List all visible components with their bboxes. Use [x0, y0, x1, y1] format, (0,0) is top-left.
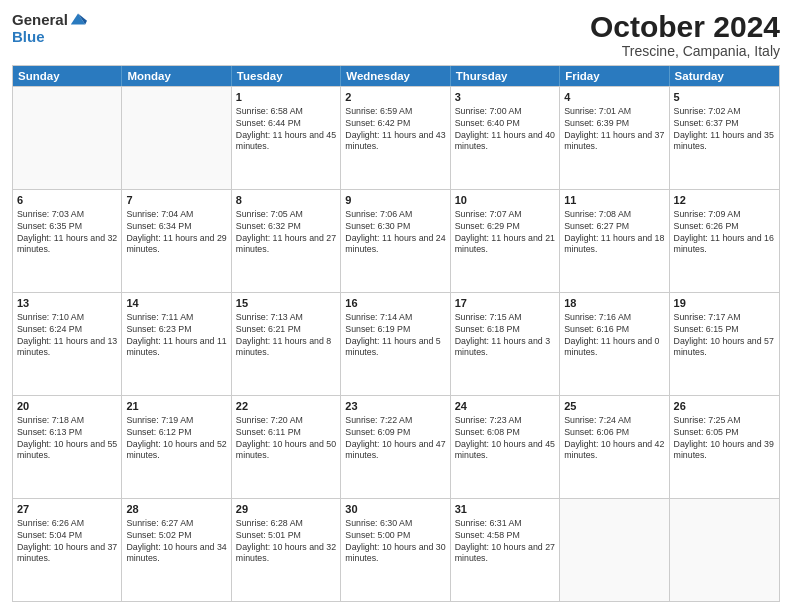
- calendar-cell: 24Sunrise: 7:23 AM Sunset: 6:08 PM Dayli…: [451, 396, 560, 498]
- day-number: 17: [455, 296, 555, 311]
- day-number: 26: [674, 399, 775, 414]
- calendar-cell: 21Sunrise: 7:19 AM Sunset: 6:12 PM Dayli…: [122, 396, 231, 498]
- calendar-cell: 11Sunrise: 7:08 AM Sunset: 6:27 PM Dayli…: [560, 190, 669, 292]
- calendar-cell: 13Sunrise: 7:10 AM Sunset: 6:24 PM Dayli…: [13, 293, 122, 395]
- location-title: Trescine, Campania, Italy: [590, 43, 780, 59]
- day-number: 30: [345, 502, 445, 517]
- cell-sun-info: Sunrise: 6:26 AM Sunset: 5:04 PM Dayligh…: [17, 518, 117, 566]
- day-number: 29: [236, 502, 336, 517]
- calendar-week-5: 27Sunrise: 6:26 AM Sunset: 5:04 PM Dayli…: [13, 498, 779, 601]
- day-number: 5: [674, 90, 775, 105]
- calendar-cell: 7Sunrise: 7:04 AM Sunset: 6:34 PM Daylig…: [122, 190, 231, 292]
- cell-sun-info: Sunrise: 6:58 AM Sunset: 6:44 PM Dayligh…: [236, 106, 336, 154]
- day-number: 18: [564, 296, 664, 311]
- day-number: 13: [17, 296, 117, 311]
- calendar-body: 1Sunrise: 6:58 AM Sunset: 6:44 PM Daylig…: [13, 86, 779, 601]
- calendar-cell: 2Sunrise: 6:59 AM Sunset: 6:42 PM Daylig…: [341, 87, 450, 189]
- cell-sun-info: Sunrise: 6:28 AM Sunset: 5:01 PM Dayligh…: [236, 518, 336, 566]
- calendar-cell: 8Sunrise: 7:05 AM Sunset: 6:32 PM Daylig…: [232, 190, 341, 292]
- calendar-cell: 5Sunrise: 7:02 AM Sunset: 6:37 PM Daylig…: [670, 87, 779, 189]
- header-monday: Monday: [122, 66, 231, 86]
- cell-sun-info: Sunrise: 7:09 AM Sunset: 6:26 PM Dayligh…: [674, 209, 775, 257]
- calendar-cell: 23Sunrise: 7:22 AM Sunset: 6:09 PM Dayli…: [341, 396, 450, 498]
- day-number: 21: [126, 399, 226, 414]
- cell-sun-info: Sunrise: 7:07 AM Sunset: 6:29 PM Dayligh…: [455, 209, 555, 257]
- calendar-cell: [122, 87, 231, 189]
- cell-sun-info: Sunrise: 7:13 AM Sunset: 6:21 PM Dayligh…: [236, 312, 336, 360]
- logo: General Blue: [12, 10, 87, 44]
- cell-sun-info: Sunrise: 6:59 AM Sunset: 6:42 PM Dayligh…: [345, 106, 445, 154]
- cell-sun-info: Sunrise: 7:22 AM Sunset: 6:09 PM Dayligh…: [345, 415, 445, 463]
- logo-icon: [69, 10, 87, 28]
- cell-sun-info: Sunrise: 7:10 AM Sunset: 6:24 PM Dayligh…: [17, 312, 117, 360]
- header: General Blue October 2024 Trescine, Camp…: [12, 10, 780, 59]
- calendar-cell: 28Sunrise: 6:27 AM Sunset: 5:02 PM Dayli…: [122, 499, 231, 601]
- cell-sun-info: Sunrise: 7:04 AM Sunset: 6:34 PM Dayligh…: [126, 209, 226, 257]
- day-number: 9: [345, 193, 445, 208]
- header-friday: Friday: [560, 66, 669, 86]
- day-number: 24: [455, 399, 555, 414]
- header-saturday: Saturday: [670, 66, 779, 86]
- calendar-week-2: 6Sunrise: 7:03 AM Sunset: 6:35 PM Daylig…: [13, 189, 779, 292]
- day-number: 31: [455, 502, 555, 517]
- cell-sun-info: Sunrise: 7:19 AM Sunset: 6:12 PM Dayligh…: [126, 415, 226, 463]
- calendar-cell: 30Sunrise: 6:30 AM Sunset: 5:00 PM Dayli…: [341, 499, 450, 601]
- calendar-cell: 25Sunrise: 7:24 AM Sunset: 6:06 PM Dayli…: [560, 396, 669, 498]
- calendar-week-4: 20Sunrise: 7:18 AM Sunset: 6:13 PM Dayli…: [13, 395, 779, 498]
- calendar-cell: 27Sunrise: 6:26 AM Sunset: 5:04 PM Dayli…: [13, 499, 122, 601]
- logo-blue: Blue: [12, 29, 45, 44]
- day-number: 2: [345, 90, 445, 105]
- calendar-cell: 10Sunrise: 7:07 AM Sunset: 6:29 PM Dayli…: [451, 190, 560, 292]
- month-title: October 2024: [590, 10, 780, 43]
- calendar: Sunday Monday Tuesday Wednesday Thursday…: [12, 65, 780, 602]
- calendar-cell: 9Sunrise: 7:06 AM Sunset: 6:30 PM Daylig…: [341, 190, 450, 292]
- day-number: 16: [345, 296, 445, 311]
- day-number: 4: [564, 90, 664, 105]
- calendar-cell: 12Sunrise: 7:09 AM Sunset: 6:26 PM Dayli…: [670, 190, 779, 292]
- calendar-cell: 6Sunrise: 7:03 AM Sunset: 6:35 PM Daylig…: [13, 190, 122, 292]
- calendar-cell: 16Sunrise: 7:14 AM Sunset: 6:19 PM Dayli…: [341, 293, 450, 395]
- cell-sun-info: Sunrise: 6:31 AM Sunset: 4:58 PM Dayligh…: [455, 518, 555, 566]
- day-number: 28: [126, 502, 226, 517]
- calendar-cell: 26Sunrise: 7:25 AM Sunset: 6:05 PM Dayli…: [670, 396, 779, 498]
- day-number: 20: [17, 399, 117, 414]
- calendar-cell: [13, 87, 122, 189]
- cell-sun-info: Sunrise: 7:23 AM Sunset: 6:08 PM Dayligh…: [455, 415, 555, 463]
- header-tuesday: Tuesday: [232, 66, 341, 86]
- cell-sun-info: Sunrise: 7:00 AM Sunset: 6:40 PM Dayligh…: [455, 106, 555, 154]
- cell-sun-info: Sunrise: 7:17 AM Sunset: 6:15 PM Dayligh…: [674, 312, 775, 360]
- cell-sun-info: Sunrise: 7:14 AM Sunset: 6:19 PM Dayligh…: [345, 312, 445, 360]
- cell-sun-info: Sunrise: 7:16 AM Sunset: 6:16 PM Dayligh…: [564, 312, 664, 360]
- logo-general: General: [12, 12, 68, 27]
- calendar-cell: 18Sunrise: 7:16 AM Sunset: 6:16 PM Dayli…: [560, 293, 669, 395]
- cell-sun-info: Sunrise: 7:06 AM Sunset: 6:30 PM Dayligh…: [345, 209, 445, 257]
- calendar-cell: 19Sunrise: 7:17 AM Sunset: 6:15 PM Dayli…: [670, 293, 779, 395]
- calendar-cell: 22Sunrise: 7:20 AM Sunset: 6:11 PM Dayli…: [232, 396, 341, 498]
- header-thursday: Thursday: [451, 66, 560, 86]
- cell-sun-info: Sunrise: 6:27 AM Sunset: 5:02 PM Dayligh…: [126, 518, 226, 566]
- day-number: 19: [674, 296, 775, 311]
- calendar-week-3: 13Sunrise: 7:10 AM Sunset: 6:24 PM Dayli…: [13, 292, 779, 395]
- calendar-cell: [560, 499, 669, 601]
- calendar-cell: 1Sunrise: 6:58 AM Sunset: 6:44 PM Daylig…: [232, 87, 341, 189]
- cell-sun-info: Sunrise: 7:15 AM Sunset: 6:18 PM Dayligh…: [455, 312, 555, 360]
- day-number: 3: [455, 90, 555, 105]
- day-number: 25: [564, 399, 664, 414]
- day-number: 14: [126, 296, 226, 311]
- cell-sun-info: Sunrise: 7:24 AM Sunset: 6:06 PM Dayligh…: [564, 415, 664, 463]
- day-number: 8: [236, 193, 336, 208]
- header-wednesday: Wednesday: [341, 66, 450, 86]
- day-number: 12: [674, 193, 775, 208]
- cell-sun-info: Sunrise: 7:03 AM Sunset: 6:35 PM Dayligh…: [17, 209, 117, 257]
- day-number: 22: [236, 399, 336, 414]
- cell-sun-info: Sunrise: 7:20 AM Sunset: 6:11 PM Dayligh…: [236, 415, 336, 463]
- calendar-cell: 3Sunrise: 7:00 AM Sunset: 6:40 PM Daylig…: [451, 87, 560, 189]
- calendar-cell: 20Sunrise: 7:18 AM Sunset: 6:13 PM Dayli…: [13, 396, 122, 498]
- cell-sun-info: Sunrise: 7:11 AM Sunset: 6:23 PM Dayligh…: [126, 312, 226, 360]
- cell-sun-info: Sunrise: 7:25 AM Sunset: 6:05 PM Dayligh…: [674, 415, 775, 463]
- calendar-cell: 4Sunrise: 7:01 AM Sunset: 6:39 PM Daylig…: [560, 87, 669, 189]
- day-number: 6: [17, 193, 117, 208]
- calendar-cell: 31Sunrise: 6:31 AM Sunset: 4:58 PM Dayli…: [451, 499, 560, 601]
- title-area: October 2024 Trescine, Campania, Italy: [590, 10, 780, 59]
- cell-sun-info: Sunrise: 7:08 AM Sunset: 6:27 PM Dayligh…: [564, 209, 664, 257]
